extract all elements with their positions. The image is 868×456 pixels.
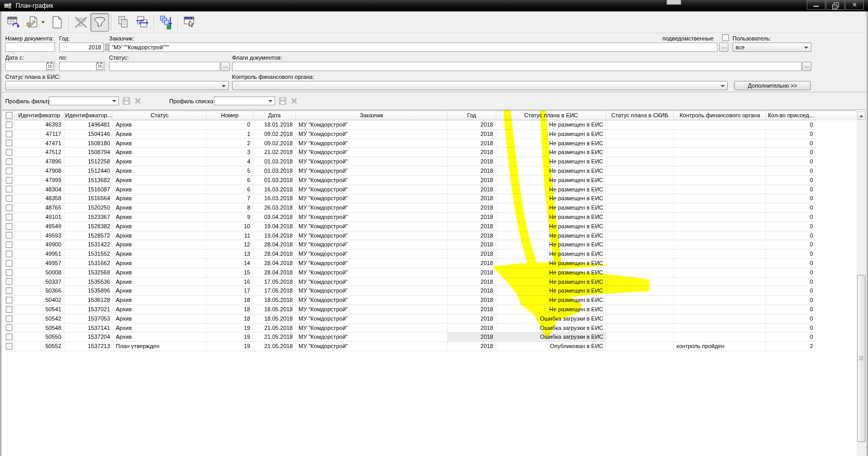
- row-checkbox[interactable]: [6, 140, 12, 146]
- subordinate-checkbox[interactable]: [722, 34, 729, 41]
- row-select-cell[interactable]: [4, 213, 15, 222]
- column-header[interactable]: Номер: [207, 111, 253, 120]
- row-checkbox[interactable]: [6, 324, 12, 331]
- table-row[interactable]: 503661535896Архив1717.05.2018МУ "Комдорс…: [4, 286, 857, 296]
- table-row[interactable]: 483041516087Архив616.03.2018МУ "Комдорст…: [4, 185, 857, 195]
- copy-list-button[interactable]: [133, 13, 152, 32]
- table-row[interactable]: 487651520250Архив826.03.2018МУ "Комдорст…: [4, 203, 857, 213]
- row-checkbox[interactable]: [6, 278, 12, 285]
- row-select-cell[interactable]: [4, 148, 15, 157]
- close-form-button[interactable]: [181, 13, 199, 32]
- table-row[interactable]: 478961512258Архив401.03.2018МУ "Комдорст…: [4, 157, 857, 167]
- row-checkbox[interactable]: [6, 131, 12, 137]
- close-button[interactable]: ✕: [845, 0, 864, 10]
- row-select-cell[interactable]: [4, 259, 15, 268]
- row-select-cell[interactable]: [4, 286, 15, 296]
- doc-flags-input[interactable]: [232, 62, 802, 71]
- row-select-cell[interactable]: [4, 240, 15, 250]
- row-checkbox[interactable]: [6, 223, 12, 230]
- clear-filter-button[interactable]: [72, 13, 90, 32]
- table-row[interactable]: 479991513682Архив601.03.2018МУ "Комдорст…: [4, 176, 857, 185]
- row-checkbox[interactable]: [6, 334, 12, 340]
- table-row[interactable]: 505501537204Архив1921.05.2018МУ "Комдорс…: [4, 333, 857, 342]
- column-header[interactable]: Заказчик: [296, 111, 447, 120]
- filter-button[interactable]: [90, 13, 109, 32]
- row-select-cell[interactable]: [4, 250, 15, 259]
- row-checkbox[interactable]: [6, 158, 12, 165]
- edit-dropdown-caret-icon[interactable]: [42, 21, 45, 23]
- row-checkbox[interactable]: [6, 177, 12, 184]
- eis-plan-status-combobox[interactable]: [5, 81, 229, 90]
- new-document-button[interactable]: [48, 13, 66, 32]
- table-row[interactable]: 495491528382Архив1019.04.2018МУ "Комдорс…: [4, 222, 857, 231]
- save-list-profile-icon[interactable]: [279, 97, 287, 105]
- year-input[interactable]: [59, 43, 104, 52]
- row-checkbox[interactable]: [6, 121, 12, 128]
- table-row[interactable]: 499571531662Архив1428.04.2018МУ "Комдорс…: [4, 259, 857, 268]
- column-header[interactable]: Дата: [253, 111, 296, 120]
- date-from-calendar-icon[interactable]: 15: [46, 63, 53, 70]
- row-checkbox[interactable]: [6, 186, 12, 192]
- table-row[interactable]: 499001531422Архив1228.04.2018МУ "Комдорс…: [4, 240, 857, 250]
- row-select-cell[interactable]: [4, 222, 15, 231]
- row-checkbox[interactable]: [6, 343, 12, 350]
- sort-transfer-button[interactable]: [157, 13, 175, 32]
- edit-document-button[interactable]: [23, 13, 48, 32]
- table-row[interactable]: 500081532568Архив1528.04.2018МУ "Комдорс…: [4, 268, 857, 278]
- select-all-checkbox[interactable]: [6, 112, 12, 119]
- row-select-cell[interactable]: [4, 185, 15, 195]
- table-row[interactable]: 499511531552Архив1328.04.2018МУ "Комдорс…: [4, 250, 857, 259]
- row-checkbox[interactable]: [6, 241, 12, 248]
- row-select-cell[interactable]: [4, 203, 15, 213]
- row-select-cell[interactable]: [4, 333, 15, 342]
- row-select-cell[interactable]: [4, 120, 15, 130]
- row-select-cell[interactable]: [4, 305, 15, 314]
- copy-button[interactable]: [114, 13, 133, 32]
- row-checkbox[interactable]: [6, 232, 12, 239]
- column-header[interactable]: Контроль финансового органа: [674, 111, 766, 120]
- restore-button[interactable]: [826, 0, 845, 10]
- doc-flags-picker-button[interactable]: ...: [802, 62, 811, 71]
- row-checkbox[interactable]: [6, 168, 12, 174]
- row-checkbox[interactable]: [6, 195, 12, 202]
- fin-control-combobox[interactable]: [232, 81, 728, 90]
- table-row[interactable]: 475121508794Архив321.02.2018МУ "Комдорст…: [4, 148, 857, 157]
- column-header[interactable]: Статус плана в СКИБ: [606, 111, 674, 120]
- scroll-up-button[interactable]: [857, 112, 865, 120]
- row-select-cell[interactable]: [4, 268, 15, 278]
- status-picker-button[interactable]: ...: [221, 62, 230, 71]
- row-checkbox[interactable]: [6, 287, 12, 294]
- column-header[interactable]: Идентификатор...: [64, 111, 113, 120]
- row-select-cell[interactable]: [4, 324, 15, 333]
- row-checkbox[interactable]: [6, 251, 12, 257]
- row-select-cell[interactable]: [4, 130, 15, 139]
- row-select-cell[interactable]: [4, 139, 15, 148]
- vertical-scrollbar[interactable]: [857, 110, 866, 456]
- row-checkbox[interactable]: [6, 315, 12, 322]
- row-select-cell[interactable]: [4, 296, 15, 305]
- customer-input[interactable]: [109, 43, 717, 52]
- table-row[interactable]: 471171504146Архив109.02.2018МУ "Комдорст…: [4, 130, 857, 139]
- table-row[interactable]: 463931496481Архив018.01.2018МУ "Комдорст…: [4, 120, 857, 130]
- row-select-cell[interactable]: [4, 176, 15, 185]
- customer-picker-button[interactable]: ...: [719, 43, 728, 52]
- row-checkbox[interactable]: [6, 214, 12, 220]
- filter-profile-combobox[interactable]: [49, 96, 119, 105]
- row-checkbox[interactable]: [6, 306, 12, 313]
- row-checkbox[interactable]: [6, 204, 12, 211]
- user-combobox[interactable]: все: [733, 43, 811, 52]
- row-checkbox[interactable]: [6, 297, 12, 303]
- column-header[interactable]: Статус: [113, 111, 207, 120]
- row-select-cell[interactable]: [4, 167, 15, 176]
- row-select-cell[interactable]: [4, 314, 15, 324]
- column-header[interactable]: Кол-во присоед...: [766, 111, 816, 120]
- table-row[interactable]: 495931528572Архив1119.04.2018МУ "Комдорс…: [4, 231, 857, 241]
- table-row[interactable]: 505521537213План утвержден1921.05.2018МУ…: [4, 342, 857, 351]
- row-select-cell[interactable]: [4, 231, 15, 241]
- table-row[interactable]: 504021536128Архив1818.05.2018МУ "Комдорс…: [4, 296, 857, 305]
- table-row[interactable]: 474711508180Архив209.02.2018МУ "Комдорст…: [4, 139, 857, 148]
- row-select-cell[interactable]: [4, 278, 15, 287]
- table-row[interactable]: 505421537053Архив1818.05.2018МУ "Комдорс…: [4, 314, 857, 324]
- row-select-cell[interactable]: [4, 342, 15, 351]
- table-row[interactable]: 491011523367Архив903.04.2018МУ "Комдорст…: [4, 213, 857, 222]
